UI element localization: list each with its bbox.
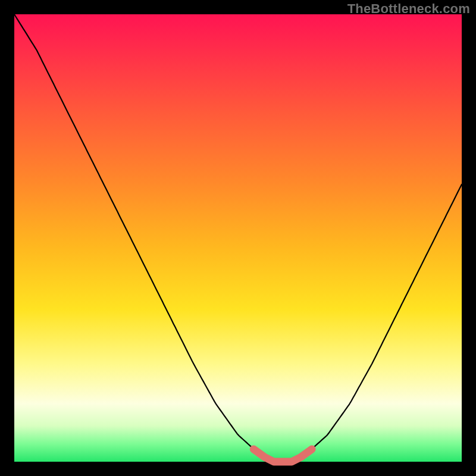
plot-area [14,14,462,462]
chart-svg [14,14,462,462]
chart-frame: TheBottleneck.com [0,0,476,476]
bottleneck-curve-path [14,14,462,462]
valley-highlight-path [253,449,312,462]
